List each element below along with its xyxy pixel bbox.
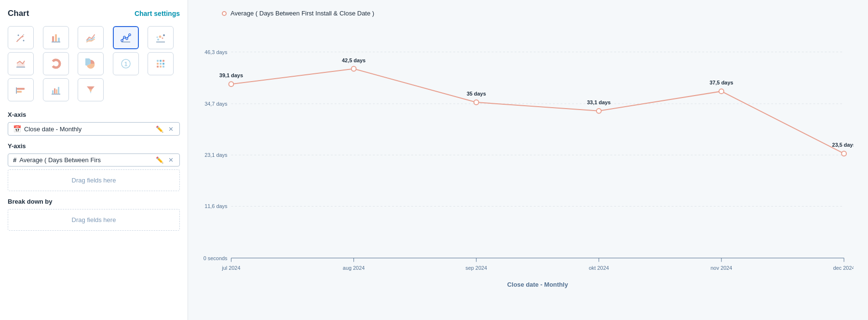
yaxis-tag-icon: # xyxy=(13,156,16,164)
svg-point-0 xyxy=(18,35,19,36)
yaxis-edit-button[interactable]: ✏️ xyxy=(155,156,164,164)
data-label-sep: 35 days xyxy=(467,91,486,97)
xaxis-section: X-axis 📅 Close date - Monthly ✏️ ✕ xyxy=(8,111,180,136)
chart-type-funnel[interactable] xyxy=(78,78,104,101)
svg-point-3 xyxy=(17,40,18,41)
svg-rect-6 xyxy=(58,38,60,42)
svg-point-1 xyxy=(23,40,25,42)
data-label-nov: 37,5 days xyxy=(709,80,733,85)
data-point-aug[interactable] xyxy=(352,67,356,71)
chart-type-multiline[interactable] xyxy=(78,26,104,49)
chart-legend: Average ( Days Between First Install & C… xyxy=(193,10,854,17)
breakdown-drag-zone[interactable]: Drag fields here xyxy=(8,209,180,231)
xtick-aug: aug 2024 xyxy=(343,265,365,271)
data-label-okt: 33,1 days xyxy=(587,99,610,105)
svg-rect-26 xyxy=(160,60,162,62)
data-point-nov[interactable] xyxy=(719,89,724,94)
svg-rect-40 xyxy=(58,87,59,94)
yaxis-tag-text: Average ( Days Between Firs xyxy=(19,156,152,164)
data-point-okt[interactable] xyxy=(597,109,601,113)
chart-area: Average ( Days Between First Install & C… xyxy=(188,0,868,320)
chart-type-line[interactable] xyxy=(113,26,139,49)
svg-rect-27 xyxy=(163,60,164,62)
data-label-dec: 23,5 days xyxy=(832,142,854,148)
svg-point-17 xyxy=(157,37,158,38)
data-point-dec[interactable] xyxy=(841,151,846,156)
yaxis-tag: # Average ( Days Between Firs ✏️ ✕ xyxy=(8,153,180,167)
data-point-jul[interactable] xyxy=(229,82,233,86)
chart-container: Average ( Days Between First Install & C… xyxy=(193,24,854,310)
svg-point-13 xyxy=(157,39,159,41)
svg-rect-37 xyxy=(52,90,54,94)
svg-text:1: 1 xyxy=(124,61,127,68)
xaxis-tag-icon: 📅 xyxy=(13,125,21,133)
xtick-jul: jul 2024 xyxy=(221,265,240,271)
xaxis-tag-actions: ✏️ ✕ xyxy=(155,125,175,133)
xaxis-edit-button[interactable]: ✏️ xyxy=(155,125,164,133)
sidebar: Chart Chart settings xyxy=(0,0,188,320)
svg-rect-34 xyxy=(17,88,25,90)
svg-rect-31 xyxy=(157,66,159,68)
data-label-aug: 42,5 days xyxy=(342,57,366,63)
ytick-4: 11,6 days xyxy=(204,203,228,209)
yaxis-label: Y-axis xyxy=(8,142,180,150)
breakdown-section: Break down by Drag fields here xyxy=(8,198,180,231)
x-axis-title: Close date - Monthly xyxy=(507,281,569,288)
chart-type-grid: 1 xyxy=(8,26,180,101)
svg-rect-4 xyxy=(52,36,54,42)
breakdown-label: Break down by xyxy=(8,198,180,205)
chart-type-scatter[interactable] xyxy=(148,26,174,49)
legend-dot xyxy=(222,11,227,16)
yaxis-drag-zone[interactable]: Drag fields here xyxy=(8,169,180,191)
yaxis-section: Y-axis # Average ( Days Between Firs ✏️ … xyxy=(8,142,180,191)
yaxis-remove-button[interactable]: ✕ xyxy=(167,156,175,164)
svg-point-14 xyxy=(159,36,162,38)
chart-type-magic[interactable] xyxy=(8,26,34,49)
svg-rect-32 xyxy=(160,66,162,68)
chart-type-waterfall[interactable] xyxy=(43,78,69,101)
sidebar-title: Chart xyxy=(8,9,29,18)
chart-type-number[interactable]: 1 xyxy=(113,52,139,75)
svg-point-16 xyxy=(163,34,165,36)
ytick-2: 34,7 days xyxy=(204,101,228,107)
svg-rect-39 xyxy=(56,89,57,94)
chart-type-pie[interactable] xyxy=(78,52,104,75)
ytick-3: 23,1 days xyxy=(204,152,228,158)
xtick-dec: dec 2024 xyxy=(833,265,854,271)
chart-type-bar[interactable] xyxy=(43,26,69,49)
chart-type-donut[interactable] xyxy=(43,52,69,75)
svg-rect-28 xyxy=(157,63,159,65)
svg-point-22 xyxy=(54,62,58,66)
xtick-nov: nov 2024 xyxy=(711,265,732,271)
chart-type-column-bar[interactable] xyxy=(8,78,34,101)
chart-type-area[interactable] xyxy=(8,52,34,75)
legend-label: Average ( Days Between First Install & C… xyxy=(231,10,374,17)
svg-point-15 xyxy=(162,38,163,39)
svg-rect-35 xyxy=(17,91,22,93)
svg-point-10 xyxy=(126,38,128,40)
xaxis-label: X-axis xyxy=(8,111,180,118)
sidebar-header: Chart Chart settings xyxy=(8,9,180,18)
data-line xyxy=(231,69,844,153)
svg-rect-38 xyxy=(54,88,55,94)
svg-rect-5 xyxy=(55,34,57,42)
data-label-jul: 39,1 days xyxy=(219,72,243,78)
svg-point-9 xyxy=(123,36,125,38)
chart-settings-link[interactable]: Chart settings xyxy=(135,10,180,17)
chart-svg: Average ( Days Between First Install & C… xyxy=(193,24,854,310)
xtick-okt: okt 2024 xyxy=(589,265,609,271)
svg-point-2 xyxy=(23,34,24,35)
svg-point-8 xyxy=(121,40,123,42)
svg-rect-33 xyxy=(163,66,164,68)
xtick-sep: sep 2024 xyxy=(465,265,487,271)
svg-rect-25 xyxy=(157,60,159,62)
yaxis-tag-actions: ✏️ ✕ xyxy=(155,156,175,164)
ytick-1: 46,3 days xyxy=(204,49,228,55)
xaxis-tag: 📅 Close date - Monthly ✏️ ✕ xyxy=(8,122,180,136)
chart-type-heatmap[interactable] xyxy=(148,52,174,75)
data-point-sep[interactable] xyxy=(474,100,479,105)
svg-rect-29 xyxy=(160,63,162,65)
xaxis-remove-button[interactable]: ✕ xyxy=(167,125,175,133)
xaxis-tag-text: Close date - Monthly xyxy=(24,125,152,133)
svg-point-11 xyxy=(129,34,131,36)
